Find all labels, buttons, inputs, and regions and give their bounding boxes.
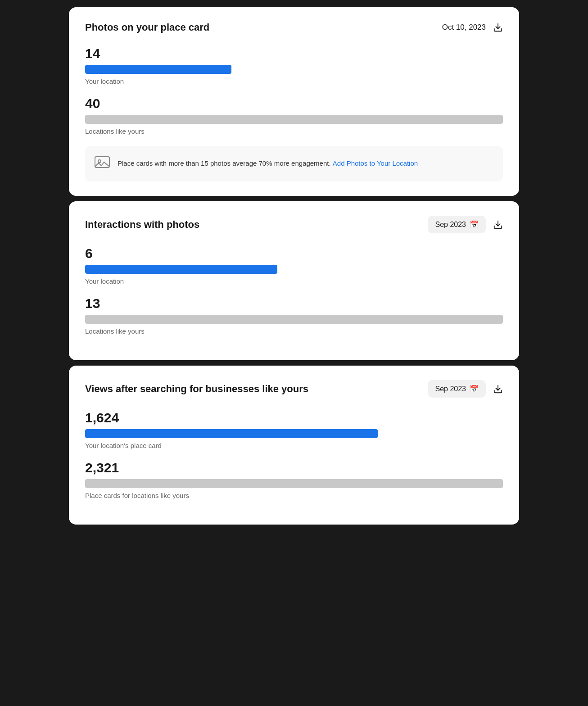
similar-locations-photos-value: 40 — [85, 96, 503, 111]
similar-locations-interactions-bar-container — [85, 315, 503, 324]
metric-similar-locations-photos: 40Locations like yours — [85, 96, 503, 135]
similar-locations-interactions-label: Locations like yours — [85, 327, 503, 335]
photos-place-card-download-button[interactable] — [493, 23, 503, 32]
calendar-icon: 📅 — [470, 220, 479, 229]
interactions-with-photos-title: Interactions with photos — [85, 219, 199, 231]
photos-place-card-title: Photos on your place card — [85, 22, 209, 33]
download-icon — [493, 23, 503, 32]
similar-locations-interactions-value: 13 — [85, 296, 503, 311]
photos-tip-icon — [94, 154, 110, 173]
similar-locations-photos-label: Locations like yours — [85, 127, 503, 135]
similar-locations-views-value: 2,321 — [85, 460, 503, 475]
metric-your-location-views: 1,624Your location's place card — [85, 410, 503, 449]
calendar-icon: 📅 — [470, 385, 479, 393]
interactions-with-photos-date-filter[interactable]: Sep 2023 📅 — [428, 216, 486, 233]
your-location-interactions-label: Your location — [85, 277, 503, 285]
similar-locations-photos-bar-fill — [85, 115, 503, 124]
date-filter-label: Sep 2023 — [435, 385, 466, 393]
metric-your-location-interactions: 6Your location — [85, 246, 503, 285]
your-location-views-value: 1,624 — [85, 410, 503, 425]
metric-similar-locations-views: 2,321Place cards for locations like your… — [85, 460, 503, 499]
svg-rect-1 — [95, 157, 109, 167]
your-location-views-bar-container — [85, 429, 503, 438]
your-location-interactions-value: 6 — [85, 246, 503, 261]
photos-place-card-date-label: Oct 10, 2023 — [442, 23, 486, 32]
interactions-with-photos-header-right: Sep 2023 📅 — [428, 216, 503, 233]
photos-place-card-tip-box: Place cards with more than 15 photos ave… — [85, 146, 503, 181]
similar-locations-views-label: Place cards for locations like yours — [85, 492, 503, 499]
card-photos-place-card: Photos on your place cardOct 10, 202314Y… — [69, 7, 519, 196]
similar-locations-photos-bar-container — [85, 115, 503, 124]
your-location-photos-bar-container — [85, 65, 503, 74]
views-after-searching-header-right: Sep 2023 📅 — [428, 380, 503, 398]
interactions-with-photos-header: Interactions with photosSep 2023 📅 — [85, 216, 503, 233]
your-location-interactions-bar-fill — [85, 265, 277, 274]
views-after-searching-date-filter[interactable]: Sep 2023 📅 — [428, 380, 486, 398]
your-location-views-label: Your location's place card — [85, 442, 503, 449]
tip-text: Place cards with more than 15 photos ave… — [118, 158, 418, 169]
your-location-interactions-bar-container — [85, 265, 503, 274]
tip-link[interactable]: Add Photos to Your Location — [333, 159, 418, 167]
views-after-searching-header: Views after searching for businesses lik… — [85, 380, 503, 398]
svg-point-2 — [98, 160, 101, 163]
your-location-views-bar-fill — [85, 429, 378, 438]
date-filter-label: Sep 2023 — [435, 221, 466, 229]
metric-similar-locations-interactions: 13Locations like yours — [85, 296, 503, 335]
views-after-searching-title: Views after searching for businesses lik… — [85, 383, 308, 395]
similar-locations-views-bar-fill — [85, 479, 503, 488]
photos-place-card-header-right: Oct 10, 2023 — [442, 23, 503, 32]
your-location-photos-value: 14 — [85, 46, 503, 61]
similar-locations-interactions-bar-fill — [85, 315, 503, 324]
download-icon — [493, 384, 503, 394]
metric-your-location-photos: 14Your location — [85, 46, 503, 85]
interactions-with-photos-download-button[interactable] — [493, 220, 503, 230]
photos-place-card-header: Photos on your place cardOct 10, 2023 — [85, 22, 503, 33]
card-views-after-searching: Views after searching for businesses lik… — [69, 366, 519, 525]
views-after-searching-download-button[interactable] — [493, 384, 503, 394]
similar-locations-views-bar-container — [85, 479, 503, 488]
your-location-photos-label: Your location — [85, 77, 503, 85]
your-location-photos-bar-fill — [85, 65, 231, 74]
card-interactions-with-photos: Interactions with photosSep 2023 📅6Your … — [69, 201, 519, 360]
download-icon — [493, 220, 503, 230]
